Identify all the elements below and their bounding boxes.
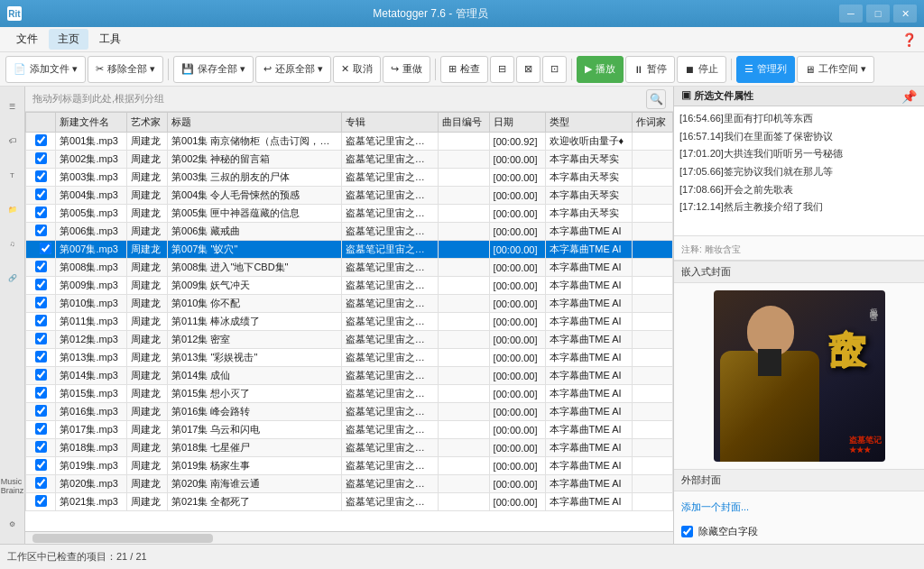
table-row[interactable]: 第005集.mp3 周建龙 第005集 匣中神器蕴藏的信息 盗墓笔记里宙之极海听… [26,205,673,223]
hide-empty-label[interactable]: 除藏空白字段 [698,525,758,538]
table-row[interactable]: ▶ 第007集.mp3 周建龙 第007集 "蚁穴" 盗墓笔记里宙之极海听雷 [… [26,241,673,259]
table-row[interactable]: 第021集.mp3 周建龙 第021集 全都死了 盗墓笔记里宙之极海听雷 [00… [26,493,673,511]
row-checkbox[interactable] [35,441,47,453]
row-checkbox[interactable] [35,423,47,435]
play-button[interactable]: ▶ 播放 [577,56,624,83]
row-checkbox[interactable] [40,243,51,254]
help-icon[interactable]: ❓ [901,32,917,47]
restore-all-button[interactable]: ↩ 还原全部 ▾ [255,56,331,83]
table-row[interactable]: 第006集.mp3 周建龙 第006集 藏戒曲 盗墓笔记里宙之极海听雷 [00:… [26,223,673,241]
row-checkbox[interactable] [35,134,47,146]
col-header-type[interactable]: 类型 [545,113,632,133]
lyrics-area[interactable]: [16:54.66]里面有打印机等东西[16:57.14]我们在里面签了保密协议… [674,106,924,236]
row-checkbox[interactable] [35,387,47,399]
row-checkbox[interactable] [35,261,47,272]
table-row[interactable]: 第019集.mp3 周建龙 第019集 杨家生事 盗墓笔记里宙之极海听雷 [00… [26,457,673,475]
sidebar-icon-tags[interactable]: 🏷 [2,124,23,157]
col-header-artist[interactable]: 艺术家 [127,113,168,133]
sidebar-icon-link[interactable]: 🔗 [2,262,23,294]
row-checkbox[interactable] [35,495,47,507]
row-checkbox[interactable] [35,170,47,182]
album-bottom-label: 盗墓笔记★★★ [849,436,882,456]
table-row[interactable]: 第018集.mp3 周建龙 第018集 七星催尸 盗墓笔记里宙之极海听雷 [00… [26,439,673,457]
row-album: 盗墓笔记里宙之极海听雷 [341,493,438,511]
inspect-button[interactable]: ⊞ 检查 [440,56,488,83]
col-header-date[interactable]: 日期 [489,113,545,133]
row-filename: 第001集.mp3 [56,133,127,151]
sidebar-icon-settings[interactable]: ⚙ [2,508,23,540]
row-checkbox[interactable] [35,152,47,164]
hide-empty-checkbox[interactable] [681,526,693,537]
icon-grid-button-1[interactable]: ⊟ [490,56,514,83]
table-row[interactable]: 第012集.mp3 周建龙 第012集 密室 盗墓笔记里宙之极海听雷 [00:0… [26,331,673,349]
row-title: 第021集 全都死了 [168,493,342,511]
row-checkbox[interactable] [35,477,47,489]
row-checkbox[interactable] [35,405,47,417]
close-button[interactable]: ✕ [893,5,917,23]
col-header-track[interactable]: 曲目编号 [438,113,489,133]
row-album: 盗墓笔记里宙之极海听雷 [341,421,438,439]
file-table-container[interactable]: 新建文件名 艺术家 标题 专辑 曲目编号 日期 类型 作词家 第001集.mp3 [25,112,673,531]
col-header-filename[interactable]: 新建文件名 [56,113,127,133]
sidebar-icon-musicbrainz[interactable]: MusicBrainz [2,464,23,508]
table-row[interactable]: 第003集.mp3 周建龙 第003集 三叔的朋友的尸体 盗墓笔记里宙之极海听雷… [26,169,673,187]
table-row[interactable]: 第004集.mp3 周建龙 第004集 令人毛骨悚然的预感 盗墓笔记里宙之极海听… [26,187,673,205]
row-checkbox[interactable] [35,333,47,344]
row-checkbox-cell [26,403,56,421]
row-title: 第016集 峰会路转 [168,403,342,421]
add-cover-button[interactable]: 添加一个封面... [681,500,917,514]
h-scrollbar[interactable] [25,531,673,544]
menu-item-file[interactable]: 文件 [7,29,47,50]
maximize-button[interactable]: □ [866,5,890,23]
icon-grid-button-2[interactable]: ⊠ [516,56,541,83]
remove-all-icon: ✂ [96,63,104,75]
icon-grid-button-3[interactable]: ⊡ [542,56,567,83]
sidebar-icon-text[interactable]: T [2,159,23,191]
sidebar-icon-folder[interactable]: 📁 [2,193,23,225]
menu-item-tools[interactable]: 工具 [90,29,130,50]
manage-columns-button[interactable]: ☰ 管理列 [736,56,795,83]
search-button[interactable]: 🔍 [646,89,666,109]
menu-item-home[interactable]: 主页 [49,29,88,50]
col-header-title[interactable]: 标题 [168,113,342,133]
row-checkbox[interactable] [35,206,47,218]
row-checkbox[interactable] [35,279,47,290]
table-row[interactable]: 第020集.mp3 周建龙 第020集 南海谁云通 盗墓笔记里宙之极海听雷 [0… [26,475,673,493]
row-checkbox[interactable] [35,188,47,200]
table-row[interactable]: 第002集.mp3 周建龙 第002集 神秘的留言箱 盗墓笔记里宙之极海听雷 [… [26,151,673,169]
right-panel: ▣ 所选文件属性 📌 [16:54.66]里面有打印机等东西[16:57.14]… [673,87,924,544]
save-all-button[interactable]: 💾 保存全部 ▾ [173,56,254,83]
table-row[interactable]: 第008集.mp3 周建龙 第008集 进入"地下CBD集" 盗墓笔记里宙之极海… [26,259,673,277]
pause-button[interactable]: ⏸ 暂停 [625,56,675,83]
pin-button[interactable]: 📌 [901,89,917,104]
col-header-album[interactable]: 专辑 [341,113,438,133]
workspace-button[interactable]: 🖥 工作空间 ▾ [797,56,874,83]
minimize-button[interactable]: ─ [839,5,863,23]
table-row[interactable]: 第015集.mp3 周建龙 第015集 想小灭了 盗墓笔记里宙之极海听雷 [00… [26,385,673,403]
table-row[interactable]: 第001集.mp3 周建龙 第001集 南京储物柜（点击订阅，更新给先听） 盗墓… [26,133,673,151]
table-row[interactable]: 第010集.mp3 周建龙 第010集 你不配 盗墓笔记里宙之极海听雷 [00:… [26,295,673,313]
row-checkbox[interactable] [35,459,47,471]
table-row[interactable]: 第009集.mp3 周建龙 第009集 妖气冲天 盗墓笔记里宙之极海听雷 [00… [26,277,673,295]
row-checkbox[interactable] [35,351,47,363]
col-header-select[interactable] [26,113,56,133]
sidebar-icon-columns[interactable]: ☰ [2,90,23,123]
row-type: 本字幕曲TME AI [545,367,632,385]
row-checkbox[interactable] [35,297,47,308]
remove-all-button[interactable]: ✂ 移除全部 ▾ [88,56,163,83]
stop-button[interactable]: ⏹ 停止 [677,56,726,83]
col-header-lyricist[interactable]: 作词家 [632,113,672,133]
row-checkbox[interactable] [35,315,47,326]
table-row[interactable]: 第017集.mp3 周建龙 第017集 乌云和闪电 盗墓笔记里宙之极海听雷 [0… [26,421,673,439]
table-row[interactable]: 第011集.mp3 周建龙 第011集 棒冰成绩了 盗墓笔记里宙之极海听雷 [0… [26,313,673,331]
table-row[interactable]: 第013集.mp3 周建龙 第013集 "彩娱视击" 盗墓笔记里宙之极海听雷 [… [26,349,673,367]
cancel-button[interactable]: ✕ 取消 [333,56,381,83]
sidebar-icon-music[interactable]: ♫ [2,227,23,260]
table-row[interactable]: 第016集.mp3 周建龙 第016集 峰会路转 盗墓笔记里宙之极海听雷 [00… [26,403,673,421]
row-checkbox[interactable] [35,369,47,381]
table-row[interactable]: 第014集.mp3 周建龙 第014集 成仙 盗墓笔记里宙之极海听雷 [00:0… [26,367,673,385]
add-file-button[interactable]: 📄 添加文件 ▾ [5,56,86,83]
redo-button[interactable]: ↪ 重做 [383,56,430,83]
table-body: 第001集.mp3 周建龙 第001集 南京储物柜（点击订阅，更新给先听） 盗墓… [26,133,673,511]
row-checkbox[interactable] [35,225,47,236]
